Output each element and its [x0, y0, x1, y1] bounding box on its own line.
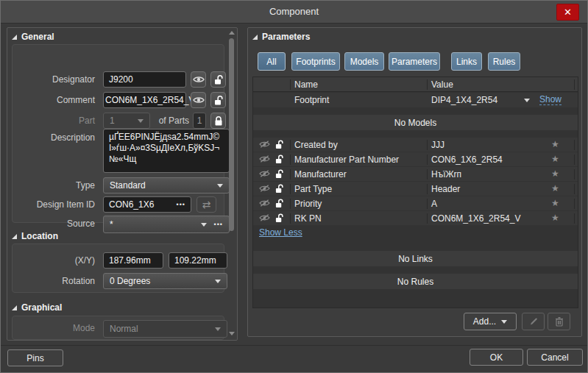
- pins-button[interactable]: Pins: [7, 349, 63, 366]
- parameter-row[interactable]: Priority A ★: [253, 196, 578, 210]
- add-button[interactable]: Add...: [464, 313, 517, 330]
- unlock-icon[interactable]: [275, 169, 283, 179]
- tab-links[interactable]: Links: [451, 52, 482, 71]
- tab-all-label: All: [266, 57, 276, 67]
- tab-parameters[interactable]: Parameters: [389, 52, 440, 71]
- footprint-row[interactable]: Footprint DIP4_1X4_2R54 Show: [253, 93, 578, 107]
- scroll-down-icon[interactable]: [229, 332, 235, 335]
- designator-input[interactable]: J9200: [103, 71, 186, 88]
- eye-slash-icon[interactable]: [259, 199, 270, 207]
- parameter-row[interactable]: Manufacturer НъїЖrп ★: [253, 167, 578, 181]
- parameter-row[interactable]: Part Type Header ★: [253, 182, 578, 196]
- tab-rules[interactable]: Rules: [488, 52, 520, 71]
- y-input[interactable]: 109.22mm: [169, 252, 227, 269]
- ok-button[interactable]: OK: [470, 349, 523, 366]
- unlock-icon: [214, 75, 223, 85]
- comment-lock-button[interactable]: [210, 92, 226, 108]
- eye-icon: [193, 76, 205, 83]
- show-less-link[interactable]: Show Less: [259, 227, 302, 238]
- param-value[interactable]: A: [431, 199, 437, 209]
- swap-button[interactable]: ⇄: [196, 196, 216, 213]
- comment-visibility-button[interactable]: [191, 92, 206, 108]
- designator-value: J9200: [109, 74, 133, 85]
- star-icon[interactable]: ★: [551, 213, 559, 223]
- source-value: *: [110, 219, 113, 230]
- tab-parameters-label: Parameters: [392, 57, 437, 67]
- tab-all[interactable]: All: [258, 52, 286, 71]
- chevron-down-icon[interactable]: [524, 99, 530, 102]
- mode-label: Mode: [21, 323, 95, 333]
- edit-button[interactable]: [522, 313, 545, 330]
- tab-models-label: Models: [350, 57, 379, 67]
- left-panel-scrollbar[interactable]: [228, 29, 235, 338]
- star-icon[interactable]: ★: [551, 168, 559, 179]
- parameters-section-header[interactable]: Parameters: [252, 32, 310, 42]
- eye-slash-icon[interactable]: [259, 184, 270, 193]
- no-links-band: No Links: [253, 251, 578, 266]
- eye-slash-icon[interactable]: [259, 169, 270, 178]
- param-value[interactable]: НъїЖrп: [431, 169, 461, 180]
- designator-visibility-button[interactable]: [191, 71, 206, 88]
- design-item-id-input[interactable]: CON6_1X6 •••: [103, 196, 191, 213]
- source-dropdown[interactable]: * •••: [103, 216, 230, 233]
- collapse-triangle-icon: [12, 305, 17, 310]
- description-textarea[interactable]: µҐEE6PINJЁjдsa2.54mmJ©I»ѓш·А»¤3SµДIеХл,Б…: [103, 129, 230, 173]
- trash-icon: [555, 316, 564, 327]
- star-icon[interactable]: ★: [551, 198, 559, 208]
- graphical-section-header[interactable]: Graphical: [12, 302, 62, 313]
- eye-slash-icon[interactable]: [259, 140, 270, 149]
- location-section-header[interactable]: Location: [12, 231, 58, 241]
- param-value[interactable]: CON6_1X6_2R54: [431, 154, 503, 165]
- ellipsis-icon[interactable]: •••: [214, 221, 223, 228]
- param-name: Part Type: [294, 184, 332, 194]
- parameter-row[interactable]: RK PN CON6M_1X6_2R54_V ★: [253, 211, 578, 225]
- type-dropdown[interactable]: Standard: [103, 177, 230, 193]
- general-section-header[interactable]: General: [12, 32, 54, 42]
- tab-models[interactable]: Models: [344, 52, 384, 71]
- ellipsis-icon[interactable]: •••: [177, 201, 185, 208]
- tab-footprints[interactable]: Footprints: [291, 52, 340, 71]
- comment-input[interactable]: CON6M_1X6_2R54_V: [103, 92, 186, 108]
- general-section-label: General: [21, 32, 54, 42]
- param-value[interactable]: CON6M_1X6_2R54_V: [431, 213, 520, 224]
- scrollbar-thumb[interactable]: [229, 38, 234, 231]
- unlock-icon[interactable]: [275, 199, 283, 208]
- eye-slash-icon[interactable]: [259, 213, 270, 222]
- footprint-value[interactable]: DIP4_1X4_2R54: [431, 95, 497, 105]
- column-header-value[interactable]: Value: [431, 79, 453, 90]
- design-item-id-value: CON6_1X6: [109, 199, 154, 210]
- unlock-icon[interactable]: [275, 140, 283, 149]
- designator-lock-button[interactable]: [210, 71, 226, 88]
- x-input[interactable]: 187.96mm: [103, 252, 163, 269]
- rotation-dropdown[interactable]: 0 Degrees: [103, 273, 227, 289]
- parameter-row[interactable]: Created by JJJ ★: [253, 138, 578, 152]
- ok-button-label: OK: [490, 352, 503, 363]
- of-parts-value: 1: [197, 116, 202, 126]
- unlock-icon[interactable]: [275, 154, 283, 164]
- cancel-button[interactable]: Cancel: [527, 349, 583, 366]
- parameter-row[interactable]: Manufacturer Part Number CON6_1X6_2R54 ★: [253, 152, 578, 166]
- eye-slash-icon[interactable]: [259, 154, 270, 163]
- source-label: Source: [21, 219, 95, 229]
- param-value[interactable]: Header: [431, 184, 460, 194]
- graphical-section-box: Mode Normal: [12, 316, 224, 340]
- star-icon[interactable]: ★: [551, 154, 559, 164]
- chevron-down-icon: [217, 184, 223, 188]
- delete-button[interactable]: [548, 313, 570, 330]
- star-icon[interactable]: ★: [551, 139, 559, 149]
- location-section-box: (X/Y) 187.96mm 109.22mm Rotation 0 Degre…: [12, 244, 224, 293]
- show-link[interactable]: Show: [539, 94, 562, 105]
- param-value[interactable]: JJJ: [431, 140, 444, 150]
- close-button[interactable]: ✕: [556, 4, 579, 21]
- title-bar: Component ✕: [1, 1, 587, 24]
- chevron-down-icon: [501, 320, 507, 324]
- part-lock-button[interactable]: [210, 113, 226, 129]
- scroll-up-icon[interactable]: [229, 31, 235, 35]
- location-section-label: Location: [21, 231, 58, 241]
- comment-value: CON6M_1X6_2R54_V: [105, 95, 194, 105]
- column-header-name[interactable]: Name: [294, 79, 318, 90]
- unlock-icon[interactable]: [275, 213, 283, 223]
- unlock-icon[interactable]: [275, 184, 283, 193]
- star-icon[interactable]: ★: [551, 183, 559, 193]
- no-models-label: No Models: [394, 118, 436, 128]
